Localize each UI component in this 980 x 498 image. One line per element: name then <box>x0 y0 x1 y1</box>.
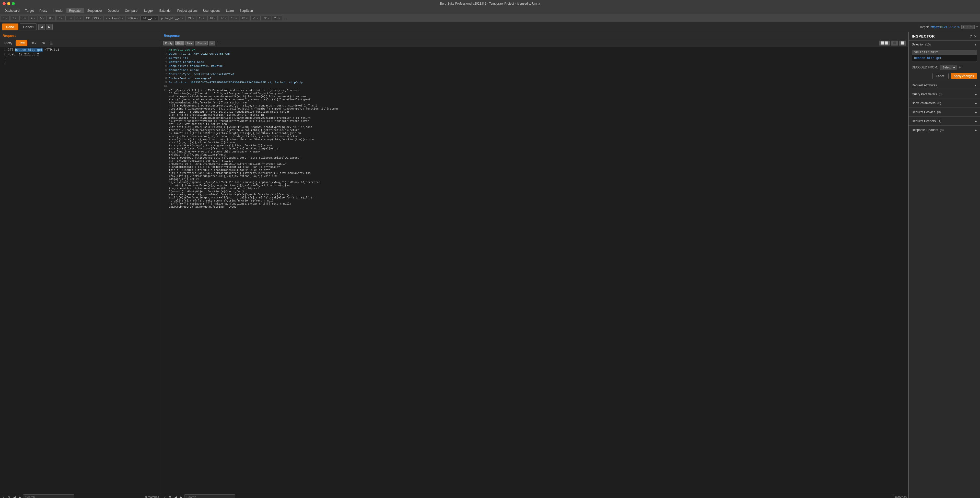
tab-5[interactable]: 5× <box>38 16 46 21</box>
section-request-cookies-header[interactable]: Request Cookies (0) ▶ <box>909 108 980 116</box>
tab-options[interactable]: OPTIONS× <box>84 16 103 21</box>
tab-15[interactable]: 15× <box>197 16 207 21</box>
response-tab-menu-icon[interactable]: ☰ <box>216 40 222 46</box>
tab-x86uri[interactable]: x86uri× <box>126 16 141 21</box>
section-request-headers-header[interactable]: Request Headers (1) ▶ <box>909 117 980 126</box>
request-tab-ln[interactable]: \n <box>40 40 48 46</box>
request-search-next-icon[interactable]: ▶ <box>18 495 22 498</box>
response-search-input[interactable] <box>184 495 235 498</box>
menu-proxy[interactable]: Proxy <box>37 8 50 13</box>
tab-4[interactable]: 4× <box>29 16 37 21</box>
inspector-apply-button[interactable]: Apply changes <box>951 73 977 79</box>
request-tab-raw[interactable]: Raw <box>16 40 27 46</box>
response-tab-render[interactable]: Render <box>195 41 208 45</box>
request-tab-hex[interactable]: Hex <box>28 40 39 46</box>
tab-24[interactable]: 24× <box>186 16 196 21</box>
request-search-prev-icon[interactable]: ◀ <box>12 495 17 498</box>
request-search-settings-icon[interactable]: ⚙ <box>6 495 11 498</box>
tab-22[interactable]: 22× <box>261 16 271 21</box>
decoded-add-button[interactable]: + <box>959 65 961 70</box>
response-search-prev-icon[interactable]: ◀ <box>173 495 178 498</box>
tab-http-get[interactable]: http_get× <box>141 16 158 21</box>
menu-intruder[interactable]: Intruder <box>50 8 66 13</box>
menu-logger[interactable]: Logger <box>142 8 156 13</box>
request-title: Request <box>3 34 16 38</box>
response-search-settings-icon[interactable]: ⚙ <box>168 495 172 498</box>
selection-chevron-icon: ▲ <box>974 43 977 46</box>
nav-right-button[interactable]: ▶ <box>46 24 52 30</box>
window-title: Burp Suite Professional v2021.8.2 - Temp… <box>440 2 540 5</box>
section-query-parameters-header[interactable]: Query Parameters (0) ▶ <box>909 90 980 99</box>
response-tab-ln[interactable]: \n <box>209 41 215 45</box>
tab-2[interactable]: 2× <box>10 16 19 21</box>
inspector-close-icon[interactable]: ✕ <box>974 34 977 38</box>
tab-17[interactable]: 17× <box>218 16 228 21</box>
maximize-button[interactable] <box>12 2 15 5</box>
section-request-headers-chevron-icon: ▶ <box>975 120 977 123</box>
request-tab-pretty[interactable]: Pretty <box>2 40 15 46</box>
request-line-2: 2 Host: 10.211.55.2 <box>0 53 161 57</box>
menu-repeater[interactable]: Repeater <box>67 8 84 13</box>
edit-icon[interactable]: ✎ <box>957 25 960 29</box>
nav-left-button[interactable]: ◀ <box>38 24 45 30</box>
response-view-full[interactable]: ⬜ <box>899 41 906 45</box>
response-tab-pretty[interactable]: Pretty <box>163 41 174 45</box>
section-request-attributes-header[interactable]: Request Attributes ▼ <box>909 81 980 90</box>
tab-21[interactable]: 21× <box>250 16 261 21</box>
section-request-cookies: Request Cookies (0) ▶ <box>909 108 980 116</box>
menu-sequencer[interactable]: Sequencer <box>85 8 105 13</box>
request-code-area[interactable]: 1 GET beacon.http-get HTTP/1.1 2 Host: 1… <box>0 47 161 494</box>
response-view-split-h[interactable]: ⬛ <box>891 41 898 45</box>
response-search-next-icon[interactable]: ▶ <box>179 495 183 498</box>
menu-target[interactable]: Target <box>23 8 36 13</box>
tab-8[interactable]: 8× <box>65 16 74 21</box>
minimize-button[interactable] <box>7 2 10 5</box>
section-response-headers-chevron-icon: ▶ <box>975 129 977 132</box>
tab-20[interactable]: 20× <box>240 16 250 21</box>
request-line-3: 3 <box>0 57 161 62</box>
tab-3[interactable]: 3× <box>19 16 28 21</box>
close-button[interactable] <box>3 2 6 5</box>
inspector-help-icon[interactable]: ? <box>970 34 972 38</box>
request-search-help-icon[interactable]: ? <box>2 495 5 498</box>
tab-16[interactable]: 16× <box>207 16 218 21</box>
section-body-parameters-header[interactable]: Body Parameters (0) ▶ <box>909 99 980 108</box>
tab-6[interactable]: 6× <box>47 16 56 21</box>
menu-decoder[interactable]: Decoder <box>105 8 122 13</box>
decoded-from-select[interactable]: Select <box>940 65 956 70</box>
response-line-2: 2 Date: Fri, 27 May 2022 05:03:55 GMT <box>161 52 908 56</box>
help-icon[interactable]: ? <box>976 25 978 29</box>
tab-9[interactable]: 9× <box>75 16 83 21</box>
response-search-help-icon[interactable]: ? <box>163 495 167 498</box>
menu-burpscan[interactable]: BurpScan <box>237 8 256 13</box>
decoded-from-label: DECODED FROM: <box>912 66 938 69</box>
menu-user-options[interactable]: User options <box>200 8 223 13</box>
response-tab-hex[interactable]: Hex <box>186 41 194 45</box>
tab-7[interactable]: 7× <box>56 16 65 21</box>
request-tab-menu-icon[interactable]: ☰ <box>48 41 54 46</box>
protocol-badge[interactable]: HTTP/1 <box>961 25 975 29</box>
tab-1[interactable]: 1× <box>1 16 10 21</box>
menu-comparer[interactable]: Comparer <box>123 8 141 13</box>
menu-extender[interactable]: Extender <box>157 8 174 13</box>
selection-section[interactable]: Selection (15) ▲ <box>909 41 980 48</box>
request-search-input[interactable] <box>23 495 74 498</box>
selected-text-value: beacon.http-get <box>912 55 977 62</box>
tab-profile-http-get[interactable]: profile_http_get× <box>159 16 186 21</box>
target-url: https://10.211.55.2 <box>931 25 956 29</box>
send-button[interactable]: Send <box>2 24 18 30</box>
menu-dashboard[interactable]: Dashboard <box>2 8 22 13</box>
response-tab-raw[interactable]: Raw <box>175 41 185 45</box>
section-request-headers-label: Request Headers (1) <box>912 119 941 123</box>
menu-project-options[interactable]: Project options <box>175 8 200 13</box>
tab-23[interactable]: 23× <box>272 16 282 21</box>
tab-more[interactable]: ... <box>283 16 290 21</box>
response-view-split-v[interactable]: ⬜⬜ <box>879 41 890 45</box>
inspector-cancel-button[interactable]: Cancel <box>932 73 948 79</box>
tab-19[interactable]: 19× <box>229 16 239 21</box>
cancel-button[interactable]: Cancel <box>20 24 37 30</box>
section-response-headers-header[interactable]: Response Headers (8) ▶ <box>909 126 980 134</box>
menu-learn[interactable]: Learn <box>223 8 236 13</box>
tab-checksum8[interactable]: checksum8× <box>104 16 125 21</box>
response-code-area[interactable]: 1 HTTP/1.1 200 OK 2 Date: Fri, 27 May 20… <box>161 47 908 494</box>
